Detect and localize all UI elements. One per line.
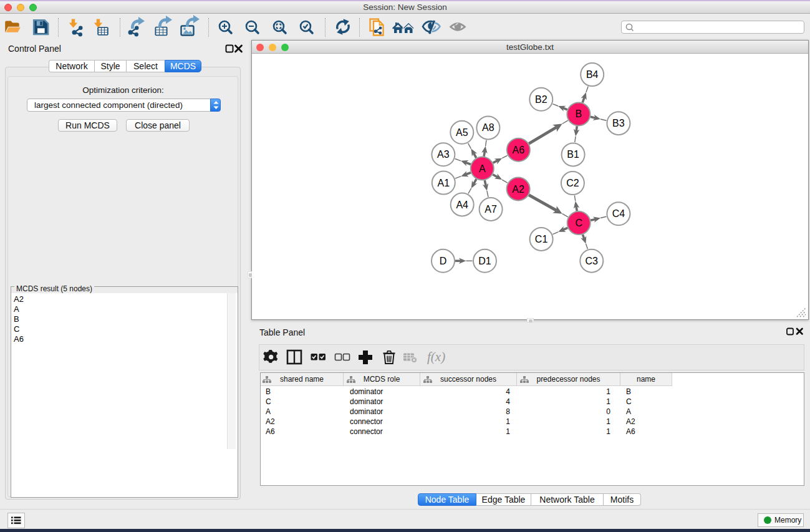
svg-text:f(x): f(x) xyxy=(427,349,445,364)
svg-text:A5: A5 xyxy=(456,127,468,138)
svg-text:A3: A3 xyxy=(437,149,450,160)
svg-text:A6: A6 xyxy=(513,145,525,155)
svg-text:C4: C4 xyxy=(612,208,625,219)
svg-text:A4: A4 xyxy=(456,200,468,210)
svg-text:C2: C2 xyxy=(566,178,579,188)
svg-text:C: C xyxy=(575,218,582,228)
svg-text:A1: A1 xyxy=(438,178,450,188)
svg-text:B: B xyxy=(576,109,582,119)
svg-text:D: D xyxy=(440,256,447,266)
svg-text:A2: A2 xyxy=(512,184,524,195)
svg-text:D1: D1 xyxy=(478,256,491,266)
svg-text:B1: B1 xyxy=(567,149,579,160)
svg-text:A8: A8 xyxy=(482,122,494,133)
svg-text:A7: A7 xyxy=(485,204,497,215)
svg-text:B2: B2 xyxy=(535,94,547,105)
svg-text:C1: C1 xyxy=(535,234,548,244)
svg-text:C3: C3 xyxy=(586,256,599,266)
svg-text:A: A xyxy=(479,163,486,174)
svg-text:B3: B3 xyxy=(612,118,625,128)
svg-text:B4: B4 xyxy=(586,69,599,80)
